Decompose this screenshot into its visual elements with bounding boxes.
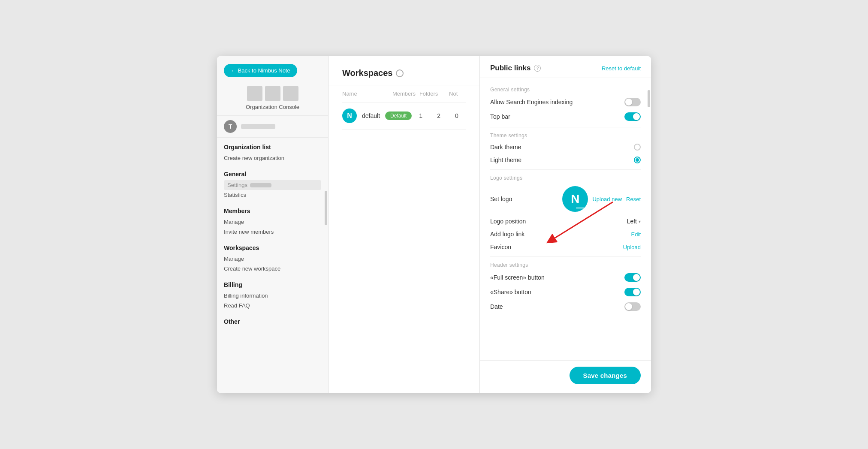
- nav-section-members: Members Manage Invite new members: [217, 202, 328, 238]
- fullscreen-btn-label: «Full screen» button: [490, 274, 624, 281]
- logo-circle: N: [562, 186, 588, 212]
- nav-item-manage-workspaces[interactable]: Manage: [224, 254, 321, 264]
- date-row: Date: [490, 302, 641, 311]
- col-header-members: Members: [392, 90, 416, 97]
- top-bar-track[interactable]: [624, 112, 641, 121]
- panel-title: Public links: [490, 64, 530, 72]
- nav-item-settings[interactable]: Settings: [224, 180, 321, 190]
- nav-item-manage-members[interactable]: Manage: [224, 217, 321, 227]
- allow-search-toggle[interactable]: [624, 98, 641, 106]
- share-btn-row: «Share» button: [490, 288, 641, 296]
- org-avatar-2: [265, 86, 280, 101]
- nav-title-general: General: [224, 171, 321, 178]
- page-title: Workspaces: [342, 68, 392, 78]
- top-bar-label: Top bar: [490, 113, 624, 120]
- right-panel: Public links ? Reset to default General …: [479, 56, 651, 393]
- nav-item-create-workspace[interactable]: Create new workspace: [224, 264, 321, 274]
- edit-logo-link-button[interactable]: Edit: [631, 231, 641, 238]
- panel-body: General settings Allow Search Engines in…: [480, 78, 651, 360]
- app-window: ← Back to Nimbus Note Organization Conso…: [217, 56, 651, 393]
- nav-title-org-list: Organization list: [224, 144, 321, 151]
- col-header-folders: Folders: [416, 90, 441, 97]
- share-btn-label: «Share» button: [490, 289, 624, 295]
- back-to-nimbus-button[interactable]: ← Back to Nimbus Note: [224, 64, 297, 77]
- fullscreen-toggle[interactable]: [624, 273, 641, 282]
- chevron-down-icon: ▾: [639, 219, 641, 224]
- avatar: T: [224, 120, 237, 133]
- favicon-label: Favicon: [490, 244, 623, 250]
- upload-favicon-button[interactable]: Upload: [623, 244, 641, 250]
- nav-item-create-org[interactable]: Create new organization: [224, 153, 321, 163]
- panel-title-row: Public links ?: [490, 64, 541, 72]
- user-row: T: [217, 116, 328, 138]
- date-track[interactable]: [624, 302, 641, 311]
- share-thumb: [633, 289, 640, 295]
- nav-section-billing: Billing Billing information Read FAQ: [217, 275, 328, 312]
- top-bar-row: Top bar: [490, 112, 641, 121]
- nav-item-invite-members[interactable]: Invite new members: [224, 227, 321, 237]
- main-content: Workspaces i Name Members Folders Not N …: [329, 56, 479, 393]
- dark-theme-radio[interactable]: [634, 144, 641, 151]
- general-settings-label: General settings: [490, 87, 641, 93]
- nav-item-billing-info[interactable]: Billing information: [224, 291, 321, 301]
- light-theme-label: Light theme: [490, 157, 634, 163]
- nav-section-other: Other: [217, 312, 328, 329]
- table-row: N default Default 1 2 0: [342, 102, 466, 130]
- reset-to-default-link[interactable]: Reset to default: [602, 65, 641, 72]
- workspaces-table: Name Members Folders Not N default Defau…: [329, 85, 479, 393]
- theme-settings-label: Theme settings: [490, 133, 641, 139]
- dark-theme-label: Dark theme: [490, 144, 634, 151]
- date-toggle[interactable]: [624, 302, 641, 311]
- nav-title-workspaces: Workspaces: [224, 244, 321, 251]
- nav-item-statistics[interactable]: Statistics: [224, 190, 321, 200]
- light-theme-radio[interactable]: [634, 157, 641, 163]
- right-panel-scrollbar[interactable]: [648, 90, 650, 107]
- logo-underline: [576, 208, 585, 208]
- nav-title-other: Other: [224, 318, 321, 325]
- workspace-icon: N: [342, 108, 357, 123]
- light-theme-row: Light theme: [490, 157, 641, 163]
- workspace-name-cell: N default Default: [342, 108, 412, 123]
- logo-position-label: Logo position: [490, 218, 627, 225]
- col-header-not: Not: [441, 90, 466, 97]
- logo-position-row: Logo position Left ▾: [490, 218, 641, 225]
- info-icon[interactable]: i: [396, 69, 404, 77]
- col-header-name: Name: [342, 90, 392, 97]
- top-bar-thumb: [633, 113, 640, 120]
- org-avatar-3: [283, 86, 298, 101]
- allow-search-track[interactable]: [624, 98, 641, 106]
- help-icon[interactable]: ?: [534, 65, 541, 72]
- sidebar-scrollbar[interactable]: [325, 191, 327, 225]
- top-bar-toggle[interactable]: [624, 112, 641, 121]
- upload-new-link[interactable]: Upload new: [592, 196, 622, 202]
- workspaces-header: Workspaces i: [329, 56, 479, 85]
- date-label: Date: [490, 303, 624, 310]
- nav-item-read-faq[interactable]: Read FAQ: [224, 301, 321, 310]
- dark-theme-row: Dark theme: [490, 144, 641, 151]
- fullscreen-track[interactable]: [624, 273, 641, 282]
- share-track[interactable]: [624, 288, 641, 296]
- logo-position-select[interactable]: Left ▾: [627, 218, 641, 225]
- set-logo-label: Set logo: [490, 196, 562, 202]
- share-toggle[interactable]: [624, 288, 641, 296]
- light-theme-dot: [636, 158, 639, 162]
- nav-title-members: Members: [224, 208, 321, 214]
- nav-section-workspaces: Workspaces Manage Create new workspace: [217, 238, 328, 275]
- save-changes-button[interactable]: Save changes: [570, 367, 641, 384]
- org-section: Organization Console: [217, 82, 328, 116]
- sidebar: ← Back to Nimbus Note Organization Conso…: [217, 56, 329, 393]
- allow-search-label: Allow Search Engines indexing: [490, 99, 624, 105]
- workspace-folders-val: 2: [430, 112, 448, 119]
- fullscreen-thumb: [633, 274, 640, 281]
- nav-section-general: General Settings Statistics: [217, 165, 328, 202]
- nav-section-org-list: Organization list Create new organizatio…: [217, 138, 328, 165]
- favicon-row: Favicon Upload: [490, 244, 641, 250]
- org-avatar-row: [247, 86, 298, 101]
- add-logo-link-row: Add logo link Edit: [490, 231, 641, 238]
- table-header: Name Members Folders Not: [342, 85, 466, 102]
- org-label: Organization Console: [246, 104, 299, 110]
- reset-logo-link[interactable]: Reset: [626, 196, 641, 202]
- add-logo-link-label: Add logo link: [490, 231, 631, 238]
- workspace-not-val: 0: [448, 112, 466, 119]
- date-thumb: [625, 303, 632, 310]
